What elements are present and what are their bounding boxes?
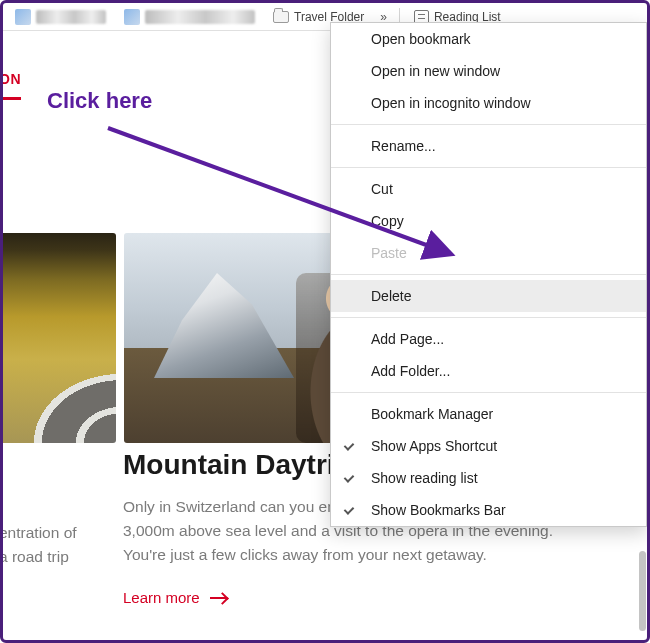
menu-show-reading-list[interactable]: Show reading list (331, 462, 646, 494)
check-icon (345, 437, 357, 449)
menu-separator (331, 124, 646, 125)
favicon-icon (15, 9, 31, 25)
menu-separator (331, 274, 646, 275)
menu-rename[interactable]: Rename... (331, 130, 646, 162)
check-icon (345, 501, 357, 513)
menu-delete[interactable]: Delete (331, 280, 646, 312)
text-line: a road trip (3, 545, 109, 569)
bookmark-item[interactable] (118, 7, 261, 27)
nav-tab-active[interactable]: ON (3, 71, 21, 100)
menu-add-folder[interactable]: Add Folder... (331, 355, 646, 387)
menu-open-bookmark[interactable]: Open bookmark (331, 23, 646, 55)
menu-open-new-window[interactable]: Open in new window (331, 55, 646, 87)
bookmark-label-blurred (36, 10, 106, 24)
menu-separator (331, 167, 646, 168)
scrollbar-thumb[interactable] (639, 551, 646, 631)
menu-separator (331, 392, 646, 393)
menu-label: Show reading list (371, 470, 478, 486)
menu-open-incognito[interactable]: Open in incognito window (331, 87, 646, 119)
menu-label: Show Apps Shortcut (371, 438, 497, 454)
arrow-right-icon (210, 597, 226, 599)
learn-more-link[interactable]: Learn more (123, 589, 226, 606)
card-image-road[interactable] (3, 233, 116, 443)
annotation-label: Click here (47, 88, 152, 114)
check-icon (345, 469, 357, 481)
menu-separator (331, 317, 646, 318)
text-line: entration of (3, 521, 109, 545)
menu-cut[interactable]: Cut (331, 173, 646, 205)
folder-icon (273, 11, 289, 23)
adjacent-card-text-fragment: entration of a road trip (3, 521, 109, 569)
learn-more-label: Learn more (123, 589, 200, 606)
bookmark-context-menu: Open bookmark Open in new window Open in… (330, 22, 647, 527)
menu-bookmark-manager[interactable]: Bookmark Manager (331, 398, 646, 430)
menu-show-apps[interactable]: Show Apps Shortcut (331, 430, 646, 462)
menu-show-bookmarks-bar[interactable]: Show Bookmarks Bar (331, 494, 646, 526)
favicon-icon (124, 9, 140, 25)
menu-label: Show Bookmarks Bar (371, 502, 506, 518)
menu-copy[interactable]: Copy (331, 205, 646, 237)
menu-add-page[interactable]: Add Page... (331, 323, 646, 355)
bookmark-label-blurred (145, 10, 255, 24)
menu-paste: Paste (331, 237, 646, 269)
bookmark-item[interactable] (9, 7, 112, 27)
